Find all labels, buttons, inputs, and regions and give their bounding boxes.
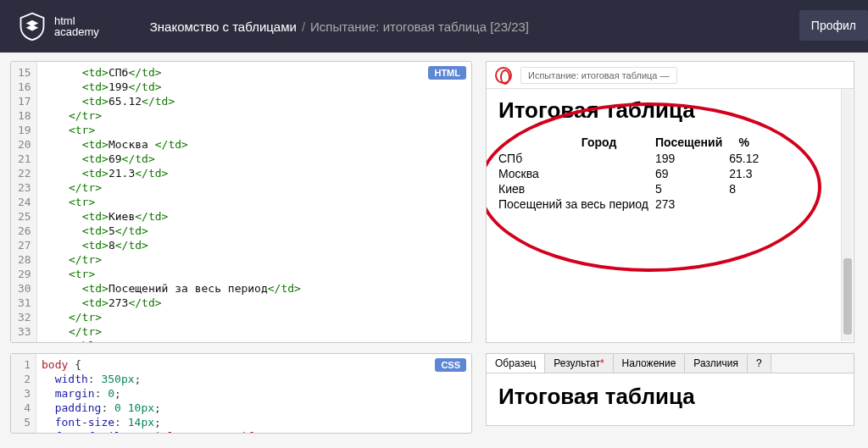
- profile-button[interactable]: Профил: [799, 10, 868, 41]
- left-column: HTML 15161718192021222324252627282930313…: [10, 61, 472, 448]
- preview-body: Итоговая таблица ГородПосещений%СПб19965…: [487, 89, 854, 220]
- preview-header: Испытание: итоговая таблица —: [487, 62, 854, 89]
- html-badge: HTML: [428, 66, 466, 80]
- tab-overlay[interactable]: Наложение: [614, 354, 686, 373]
- tab-result[interactable]: Результат*: [545, 354, 613, 373]
- breadcrumb-sub: Испытание: итоговая таблица [23/23]: [310, 19, 529, 34]
- preview-scrollbar[interactable]: [841, 89, 853, 341]
- preview-address: Испытание: итоговая таблица —: [520, 67, 677, 84]
- logo[interactable]: html academy: [17, 11, 99, 41]
- preview-table: ГородПосещений%СПб19965.12Москва6921.3Ки…: [498, 134, 765, 212]
- opera-icon: [495, 67, 512, 84]
- shield-icon: [17, 11, 47, 41]
- main: HTML 15161718192021222324252627282930313…: [0, 53, 868, 448]
- result-tabs: Образец Результат* Наложение Различия ?: [486, 353, 854, 373]
- css-gutter: 123456: [11, 354, 36, 433]
- tab-diff[interactable]: Различия: [685, 354, 748, 373]
- logo-text-2: academy: [54, 26, 99, 37]
- html-code[interactable]: <td>СПб</td> <td>199</td> <td>65.12</td>…: [37, 62, 471, 342]
- tab-result-label: Результат: [554, 357, 600, 369]
- breadcrumb: Знакомство с таблицами / Испытание: итог…: [150, 19, 529, 34]
- breadcrumb-sep: /: [302, 19, 305, 34]
- html-gutter: 1516171819202122232425262728293031323334…: [11, 62, 37, 342]
- bottom-preview-title: Итоговая таблица: [498, 384, 842, 410]
- topbar: html academy Знакомство с таблицами / Ис…: [0, 0, 868, 53]
- tab-help[interactable]: ?: [748, 354, 771, 373]
- preview-panel: Испытание: итоговая таблица — Итоговая т…: [486, 61, 854, 343]
- bottom-preview: Итоговая таблица: [486, 373, 854, 426]
- css-badge: CSS: [435, 358, 466, 372]
- tab-result-star: *: [600, 357, 604, 369]
- html-editor[interactable]: HTML 15161718192021222324252627282930313…: [10, 61, 472, 343]
- css-code[interactable]: body { width: 350px; margin: 0; padding:…: [36, 354, 471, 433]
- css-editor[interactable]: CSS 123456 body { width: 350px; margin: …: [10, 353, 472, 434]
- right-column: Испытание: итоговая таблица — Итоговая т…: [486, 61, 854, 448]
- preview-title: Итоговая таблица: [498, 97, 842, 124]
- tab-sample[interactable]: Образец: [487, 354, 545, 373]
- breadcrumb-main[interactable]: Знакомство с таблицами: [150, 19, 297, 34]
